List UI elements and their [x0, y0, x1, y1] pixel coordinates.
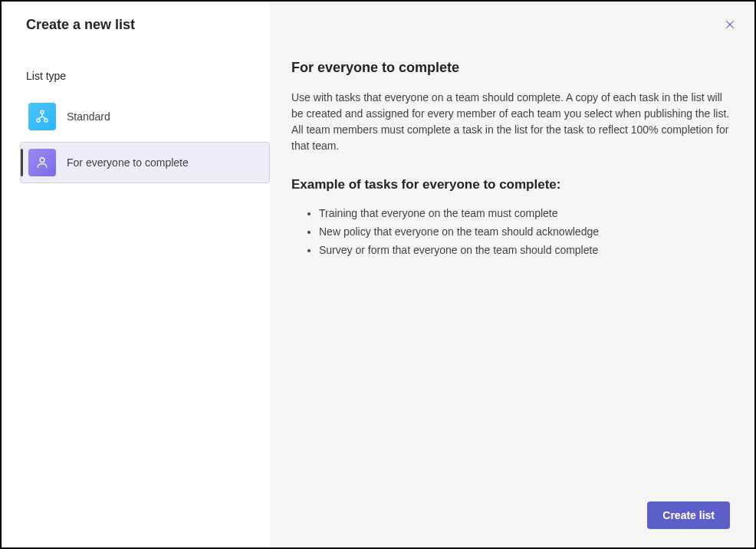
example-heading: Example of tasks for everyone to complet… [291, 177, 730, 192]
list-type-label: For everyone to complete [67, 156, 189, 169]
create-list-button[interactable]: Create list [647, 501, 730, 529]
svg-point-1 [37, 119, 40, 122]
create-list-dialog: Create a new list List type Standard [0, 0, 756, 549]
svg-point-0 [41, 110, 44, 113]
list-type-heading: List type [20, 70, 270, 82]
list-type-everyone[interactable]: For everyone to complete [20, 142, 270, 183]
content-title: For everyone to complete [291, 60, 730, 76]
example-item: Survey or form that everyone on the team… [319, 242, 730, 260]
person-icon [28, 149, 56, 176]
content-pane: For everyone to complete Use with tasks … [270, 2, 754, 547]
example-item: Training that everyone on the team must … [319, 205, 730, 223]
dialog-title: Create a new list [20, 17, 270, 33]
content-description: Use with tasks that everyone on a team s… [291, 90, 730, 154]
list-type-standard[interactable]: Standard [20, 96, 270, 137]
dialog-body: Create a new list List type Standard [2, 2, 754, 547]
example-list: Training that everyone on the team must … [291, 205, 730, 259]
svg-point-3 [40, 158, 44, 163]
svg-point-2 [44, 119, 48, 122]
list-type-label: Standard [67, 110, 110, 123]
dialog-footer: Create list [291, 501, 730, 529]
list-type-options: Standard For everyone to complete [20, 96, 270, 183]
hierarchy-icon [28, 103, 56, 130]
example-item: New policy that everyone on the team sho… [319, 223, 730, 242]
sidebar: Create a new list List type Standard [2, 2, 270, 547]
close-button[interactable] [721, 15, 739, 34]
close-icon [724, 18, 736, 31]
